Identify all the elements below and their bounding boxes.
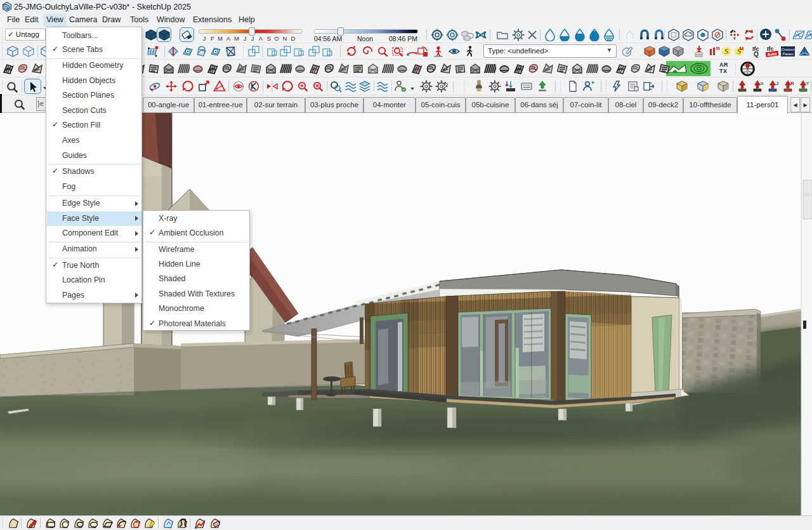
- svg-text:R: R: [790, 81, 794, 86]
- svg-text:Q: Q: [754, 51, 759, 58]
- svg-text:Param: Param: [782, 52, 794, 56]
- svg-text:M: M: [740, 46, 744, 51]
- svg-text:J: J: [776, 81, 778, 86]
- svg-text:=: =: [761, 81, 764, 86]
- svg-text:S: S: [724, 46, 728, 56]
- svg-text:Y: Y: [806, 81, 809, 86]
- svg-text:Custom: Custom: [782, 48, 795, 51]
